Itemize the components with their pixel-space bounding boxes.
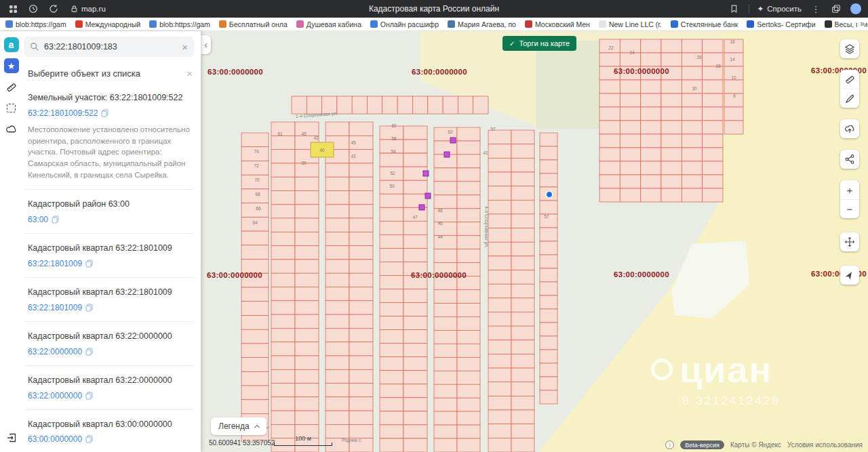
search-result-item[interactable]: Кадастровый квартал 63:22:180100963:22:1… [24, 278, 194, 322]
parcel[interactable] [488, 354, 511, 368]
parcel[interactable] [326, 287, 349, 301]
parcel[interactable] [682, 107, 702, 121]
parcel[interactable] [326, 384, 349, 397]
parcel[interactable] [473, 96, 488, 114]
parcel[interactable] [434, 195, 457, 209]
parcel[interactable] [349, 232, 373, 245]
parcel[interactable] [488, 284, 511, 298]
parcel[interactable] [620, 94, 640, 107]
address-bar[interactable]: map.ru [71, 5, 106, 13]
parcel[interactable] [703, 134, 723, 148]
parcel[interactable] [540, 282, 557, 295]
parcel[interactable] [434, 344, 457, 357]
parcel[interactable] [457, 304, 480, 317]
parcel[interactable] [682, 175, 702, 188]
parcel[interactable] [349, 122, 373, 136]
parcel[interactable] [349, 411, 373, 424]
parcel[interactable] [661, 175, 682, 188]
parcel[interactable] [295, 397, 319, 411]
parcel[interactable] [403, 153, 427, 167]
parcel[interactable] [307, 96, 321, 114]
building-marker[interactable] [425, 193, 431, 199]
bookmark-item[interactable]: blob:https://gam [5, 20, 66, 28]
parcel[interactable] [488, 410, 511, 424]
parcel[interactable] [380, 221, 403, 234]
parcel[interactable] [457, 398, 480, 411]
parcel[interactable] [682, 66, 702, 80]
parcel[interactable] [403, 384, 427, 398]
parcel[interactable] [434, 438, 457, 452]
parcel[interactable] [511, 256, 534, 270]
parcel[interactable] [599, 188, 620, 202]
parcel[interactable] [641, 39, 661, 53]
parcel[interactable] [620, 161, 640, 175]
parcel[interactable] [540, 323, 557, 336]
cadastral-link[interactable]: 63:22:0000000 [28, 347, 82, 356]
parcel[interactable] [511, 438, 534, 452]
parcel[interactable] [349, 342, 373, 356]
parcel[interactable] [682, 121, 702, 134]
parcel[interactable] [540, 390, 557, 404]
parcel[interactable] [271, 191, 295, 205]
parcel[interactable] [457, 155, 480, 168]
map-layers-button[interactable] [840, 39, 859, 58]
parcel[interactable] [540, 295, 557, 309]
parcel[interactable] [620, 121, 640, 134]
parcel[interactable] [511, 270, 534, 285]
parcel[interactable] [326, 232, 349, 245]
parcel[interactable] [241, 316, 269, 330]
copy-icon[interactable] [101, 109, 108, 117]
parcel[interactable] [540, 350, 557, 363]
parcel[interactable] [540, 336, 557, 350]
building-marker[interactable] [444, 152, 450, 157]
parcel[interactable] [661, 148, 682, 161]
copy-icon[interactable] [52, 215, 59, 224]
parcel[interactable] [380, 357, 403, 371]
parcel[interactable] [434, 425, 457, 438]
parcel[interactable] [488, 158, 511, 172]
parcel[interactable] [641, 175, 661, 188]
parcel[interactable] [540, 201, 557, 214]
parcel[interactable] [241, 386, 269, 400]
parcel[interactable] [540, 309, 557, 323]
parcel[interactable] [457, 195, 480, 209]
parcel[interactable] [540, 255, 557, 268]
parcel[interactable] [641, 53, 661, 66]
parcel[interactable] [434, 357, 457, 371]
parcel[interactable] [403, 234, 427, 248]
parcel[interactable] [641, 80, 661, 94]
parcel[interactable] [682, 39, 702, 53]
parcel[interactable] [295, 163, 319, 177]
parcel[interactable] [295, 342, 319, 356]
star-tool-button[interactable]: ★ [4, 58, 19, 73]
parcel[interactable] [326, 314, 349, 328]
info-icon[interactable]: i [665, 440, 674, 449]
parcel[interactable] [326, 260, 349, 273]
parcel[interactable] [241, 400, 269, 414]
parcel[interactable] [382, 96, 397, 114]
copy-icon[interactable] [85, 348, 93, 356]
parcel[interactable] [326, 191, 349, 205]
parcel[interactable] [380, 438, 403, 452]
parcel[interactable] [724, 121, 743, 134]
parcel[interactable] [488, 270, 511, 285]
parcel[interactable] [434, 330, 457, 344]
copy-icon[interactable] [85, 260, 93, 268]
parcel[interactable] [682, 94, 702, 107]
parcel[interactable] [241, 203, 269, 218]
parcel[interactable] [295, 328, 319, 342]
parcel[interactable] [599, 107, 620, 121]
parcel[interactable] [349, 177, 373, 190]
parcel[interactable] [241, 358, 269, 372]
parcel[interactable] [403, 371, 427, 384]
parcel[interactable] [703, 80, 723, 94]
parcel[interactable] [661, 80, 682, 94]
parcel[interactable] [380, 330, 403, 344]
parcel[interactable] [511, 340, 534, 354]
parcel[interactable] [620, 53, 640, 66]
parcel[interactable] [620, 148, 640, 161]
parcel[interactable] [443, 96, 458, 114]
parcel[interactable] [641, 188, 661, 202]
parcel[interactable] [380, 234, 403, 248]
parcel[interactable] [599, 148, 620, 161]
